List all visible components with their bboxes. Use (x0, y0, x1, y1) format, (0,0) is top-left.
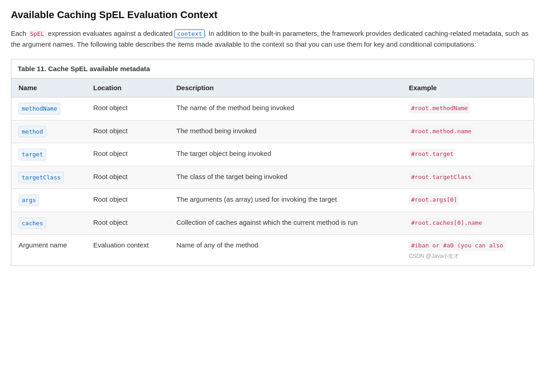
cell-name: methodName (11, 97, 86, 121)
col-example: Example (401, 78, 534, 97)
name-code: args (19, 194, 39, 206)
col-location: Location (86, 78, 169, 97)
cell-description: The method being invoked (169, 120, 401, 143)
col-description: Description (169, 78, 401, 97)
cell-location: Root object (86, 97, 169, 121)
cell-description: The target object being invoked (169, 143, 401, 166)
example-code: #root.caches[0].name (409, 218, 484, 228)
cell-name: targetClass (11, 166, 86, 189)
cell-name: caches (11, 212, 86, 235)
name-code: targetClass (19, 172, 64, 184)
cell-description: Collection of caches against which the c… (169, 212, 401, 235)
spel-table: Name Location Description Example method… (11, 78, 534, 266)
table-row: targetRoot objectThe target object being… (11, 143, 534, 166)
example-code: #root.methodName (409, 103, 470, 114)
table-row: cachesRoot objectCollection of caches ag… (11, 212, 534, 235)
name-code: methodName (19, 103, 60, 115)
name-code: target (19, 149, 46, 160)
cell-example: #iban or #a0 (you can alsoCSDN @Java小生才 (401, 235, 534, 266)
table-row: targetClassRoot objectThe class of the t… (11, 166, 534, 189)
example-code: #root.target (409, 149, 456, 160)
example-code: #root.args[0] (409, 194, 459, 205)
cell-example: #root.method.name (401, 120, 534, 143)
cell-location: Root object (86, 212, 169, 235)
table-row: methodNameRoot objectThe name of the met… (11, 97, 534, 121)
intro-paragraph: Each SpEL expression evaluates against a… (11, 28, 534, 50)
cell-description: The class of the target being invoked (169, 166, 401, 189)
cell-name: Argument name (11, 235, 86, 266)
table-container: Table 11. Cache SpEL available metadata … (11, 59, 534, 266)
spel-code: SpEL (28, 30, 46, 38)
watermark: CSDN @Java小生才 (409, 252, 526, 260)
intro-each: Each (11, 29, 28, 37)
page-title: Available Caching SpEL Evaluation Contex… (11, 9, 534, 21)
cell-location: Root object (86, 189, 169, 212)
cell-description: The arguments (as array) used for invoki… (169, 189, 401, 212)
example-code: #root.targetClass (409, 172, 473, 183)
example-code: #iban or #a0 (you can also (409, 240, 506, 251)
cell-location: Evaluation context (86, 235, 169, 266)
cell-location: Root object (86, 143, 169, 166)
cell-example: #root.caches[0].name (401, 212, 534, 235)
table-header-row: Name Location Description Example (11, 78, 534, 97)
example-code: #root.method.name (409, 126, 473, 137)
cell-description: The name of the method being invoked (169, 97, 401, 121)
cell-name: method (11, 120, 86, 143)
cell-location: Root object (86, 120, 169, 143)
cell-name: target (11, 143, 86, 166)
cell-example: #root.args[0] (401, 189, 534, 212)
table-row: argsRoot objectThe arguments (as array) … (11, 189, 534, 212)
intro-middle: expression evaluates against a dedicated (46, 29, 175, 37)
cell-description: Name of any of the method (169, 235, 401, 266)
table-title: Table 11. Cache SpEL available metadata (11, 59, 534, 78)
cell-example: #root.targetClass (401, 166, 534, 189)
cell-example: #root.target (401, 143, 534, 166)
table-row: Argument nameEvaluation contextName of a… (11, 235, 534, 266)
name-code: method (19, 126, 46, 138)
name-code: caches (19, 218, 46, 229)
col-name: Name (11, 78, 86, 97)
context-link[interactable]: context (174, 29, 205, 38)
cell-location: Root object (86, 166, 169, 189)
cell-name: args (11, 189, 86, 212)
cell-example: #root.methodName (401, 97, 534, 121)
table-row: methodRoot objectThe method being invoke… (11, 120, 534, 143)
